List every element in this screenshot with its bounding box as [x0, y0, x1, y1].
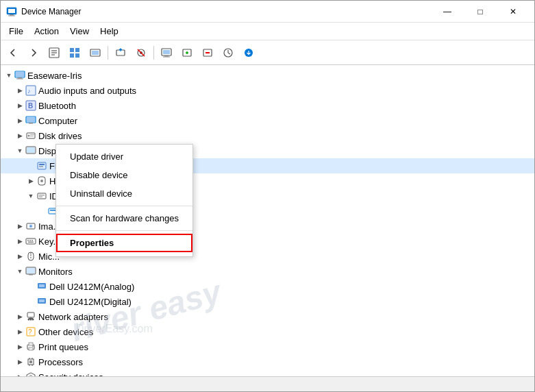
print-icon [25, 341, 36, 352]
back-button[interactable] [3, 43, 23, 62]
svg-rect-36 [27, 117, 35, 122]
show-hidden-button[interactable] [132, 43, 151, 62]
menu-action[interactable]: Action [29, 24, 64, 38]
monitor-button[interactable] [157, 43, 176, 62]
toolbar-sep-1 [108, 46, 108, 60]
dell-digital-icon [36, 296, 47, 307]
svg-rect-28 [16, 72, 24, 77]
menu-file[interactable]: File [3, 24, 29, 38]
tree-item-network[interactable]: ▶ Network adapters [1, 309, 534, 324]
monitors-icon [25, 266, 36, 277]
svg-point-48 [40, 180, 43, 182]
svg-text:B: B [28, 102, 33, 110]
svg-rect-71 [39, 299, 45, 302]
add-hardware-button[interactable] [177, 43, 197, 62]
svg-rect-21 [163, 56, 170, 57]
tree-item-other[interactable]: ▶ ? Other devices [1, 324, 534, 339]
svg-text:?: ? [28, 328, 32, 336]
svg-point-83 [32, 345, 34, 347]
minimize-button[interactable]: — [432, 1, 463, 23]
toolbar-sep-2 [153, 46, 154, 60]
ctx-scan-hardware[interactable]: Scan for hardware changes [56, 209, 192, 228]
app-icon [6, 6, 17, 17]
processors-label: Processors [38, 357, 83, 367]
mice-icon [25, 251, 36, 262]
svg-point-56 [30, 225, 32, 227]
menu-view[interactable]: View [64, 24, 95, 38]
svg-point-39 [28, 135, 30, 137]
expand-icon-monitors: ▼ [14, 266, 25, 277]
expand-icon-root: ▼ [3, 70, 14, 81]
expand-icon-mice: ▶ [14, 251, 25, 262]
expand-icon-audio: ▶ [14, 85, 25, 96]
tree-item-audio[interactable]: ▶ ♪ Audio inputs and outputs [1, 83, 534, 98]
expand-icon-sata [36, 206, 47, 217]
scan-changes-button[interactable] [219, 43, 238, 62]
svg-rect-9 [75, 48, 79, 52]
status-bar [1, 376, 534, 391]
close-button[interactable]: ✕ [497, 1, 529, 23]
svg-rect-8 [70, 48, 74, 52]
expand-icon-imaging: ▶ [14, 221, 25, 232]
svg-rect-82 [29, 347, 33, 350]
menu-bar: File Action View Help [1, 23, 534, 40]
bluetooth-icon: B [25, 100, 36, 111]
dell-analog-label: Dell U2412M(Analog) [49, 282, 134, 292]
computer-label: Computer [38, 116, 77, 126]
audio-label: Audio inputs and outputs [38, 86, 136, 96]
remove-device-button[interactable] [198, 43, 217, 62]
ctx-update-driver[interactable]: Update driver [56, 147, 192, 166]
tree-item-dell-digital[interactable]: Dell U2412M(Digital) [1, 294, 534, 309]
audio-icon: ♪ [25, 85, 36, 96]
expand-icon-sec: ▶ [14, 371, 25, 376]
tree-item-security[interactable]: ▶ Security devices [1, 369, 534, 376]
other-label: Other devices [38, 327, 93, 337]
ctx-uninstall-device[interactable]: Uninstall device [56, 184, 192, 203]
tree-item-dell-analog[interactable]: Dell U2412M(Analog) [1, 279, 534, 294]
network-icon [25, 311, 36, 322]
keyboard-icon [25, 236, 36, 247]
tree-item-processors[interactable]: ▶ Processors [1, 354, 534, 369]
properties-button[interactable] [45, 43, 64, 62]
svg-rect-30 [16, 79, 23, 79]
maximize-button[interactable]: □ [464, 1, 496, 23]
tree-root[interactable]: ▼ Easeware-Iris [1, 68, 534, 83]
tree-item-print[interactable]: ▶ Print queues [1, 339, 534, 354]
tree-item-monitors[interactable]: ▼ Monitors [1, 264, 534, 279]
svg-rect-85 [29, 360, 32, 363]
ctx-sep-1 [56, 206, 192, 206]
window-controls: — □ ✕ [432, 1, 529, 23]
expand-icon-display: ▼ [14, 145, 25, 156]
expand-icon-computer: ▶ [14, 115, 25, 126]
expand-icon-disk: ▶ [14, 130, 25, 141]
bluetooth-label: Bluetooth [38, 101, 76, 111]
monitors-label: Monitors [38, 267, 73, 277]
device-manager-window: Device Manager — □ ✕ File Action View He… [0, 0, 535, 392]
svg-point-91 [30, 376, 32, 377]
resources-button[interactable] [86, 43, 105, 62]
tree-item-computer[interactable]: ▶ Computer [1, 113, 534, 128]
download-button[interactable] [239, 43, 258, 62]
content-area: ▼ Easeware-Iris ▶ ♪ [1, 65, 534, 376]
expand-icon-hid: ▶ [25, 175, 36, 186]
computer-node-icon [25, 115, 36, 126]
forward-button[interactable] [24, 43, 43, 62]
details-button[interactable] [65, 43, 84, 62]
expand-icon-fw [25, 160, 36, 171]
processor-icon [25, 356, 36, 367]
svg-rect-37 [29, 123, 33, 124]
svg-point-64 [30, 257, 32, 258]
ctx-properties[interactable]: Properties [56, 234, 192, 252]
svg-rect-61 [28, 242, 34, 243]
svg-rect-67 [29, 274, 33, 275]
svg-rect-3 [8, 15, 15, 16]
menu-help[interactable]: Help [95, 24, 124, 38]
svg-rect-57 [26, 238, 36, 244]
tree-item-disk[interactable]: ▶ Disk drives [1, 128, 534, 143]
ctx-disable-device[interactable]: Disable device [56, 166, 192, 184]
imaging-icon [25, 221, 36, 232]
svg-text:♪: ♪ [27, 88, 31, 95]
svg-rect-49 [38, 193, 46, 199]
update-driver-button[interactable] [111, 43, 130, 62]
tree-item-bluetooth[interactable]: ▶ B Bluetooth [1, 98, 534, 113]
